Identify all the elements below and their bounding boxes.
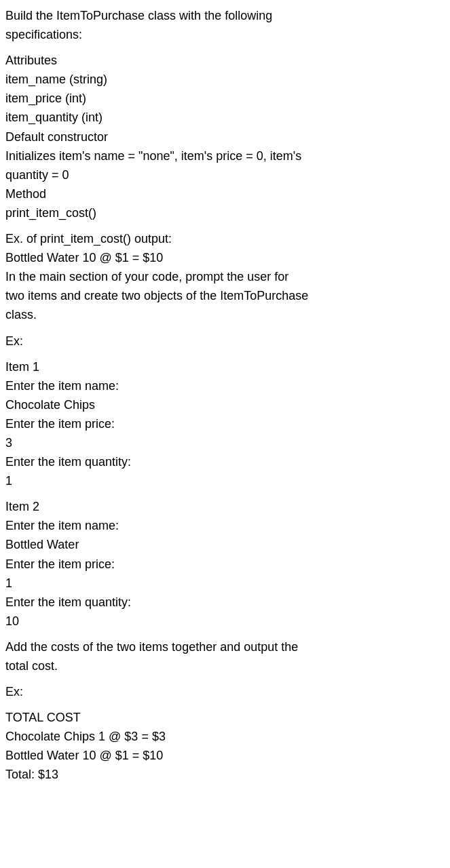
item1-qty-value: 1 [5,472,445,490]
main-content: Build the ItemToPurchase class with the … [5,7,445,784]
total-line1: Chocolate Chips 1 @ $3 = $3 [5,728,445,745]
ex-output-value: Bottled Water 10 @ $1 = $10 [5,249,445,267]
item1-qty-prompt: Enter the item quantity: [5,453,445,471]
item2-qty-value: 10 [5,612,445,630]
item2-name-prompt: Enter the item name: [5,517,445,534]
default-constructor: Default constructor [5,128,445,146]
item2-qty-prompt: Enter the item quantity: [5,593,445,611]
ex-label: Ex: [5,332,445,350]
add-costs-line1: Add the costs of the two items together … [5,638,445,656]
item2-label: Item 2 [5,498,445,515]
item1-label: Item 1 [5,358,445,376]
method-heading: Method [5,185,445,203]
initializes-line2: quantity = 0 [5,166,445,184]
main-section-line1: In the main section of your code, prompt… [5,268,445,285]
item1-name-value: Chocolate Chips [5,396,445,414]
item2-price-value: 1 [5,574,445,592]
method-name: print_item_cost() [5,204,445,222]
attr1: item_name (string) [5,71,445,88]
item1-name-prompt: Enter the item name: [5,377,445,395]
item1-price-value: 3 [5,434,445,452]
item1-price-prompt: Enter the item price: [5,415,445,433]
total-line3: Total: $13 [5,766,445,783]
item2-price-prompt: Enter the item price: [5,555,445,573]
add-costs-line2: total cost. [5,657,445,675]
initializes-line1: Initializes item's name = "none", item's… [5,147,445,165]
total-line2: Bottled Water 10 @ $1 = $10 [5,747,445,764]
main-section-line2: two items and create two objects of the … [5,287,445,304]
attributes-heading: Attributes [5,52,445,69]
intro-line2: specifications: [5,26,445,43]
main-section-line3: class. [5,306,445,323]
attr3: item_quantity (int) [5,108,445,126]
ex-label2: Ex: [5,683,445,701]
intro-line1: Build the ItemToPurchase class with the … [5,7,445,24]
ex-of-output-heading: Ex. of print_item_cost() output: [5,230,445,248]
total-cost-heading: TOTAL COST [5,709,445,726]
attr2: item_price (int) [5,90,445,107]
item2-name-value: Bottled Water [5,536,445,553]
